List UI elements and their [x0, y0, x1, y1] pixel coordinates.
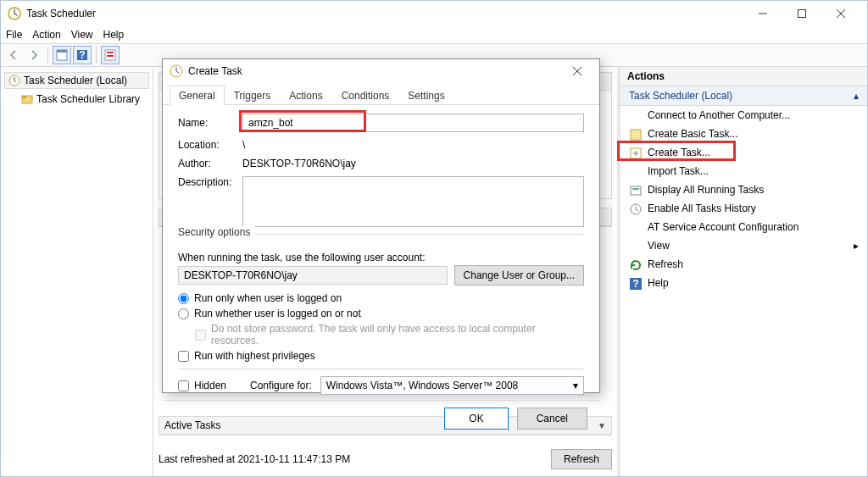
svg-rect-12	[631, 130, 641, 140]
close-button[interactable]	[821, 1, 860, 26]
actions-header: Actions	[620, 67, 867, 86]
select-value: Windows Vista™, Windows Server™ 2008	[326, 380, 519, 391]
menu-view[interactable]: View	[71, 29, 93, 41]
cancel-button[interactable]: Cancel	[517, 408, 587, 430]
svg-rect-1	[798, 10, 806, 18]
tab-conditions[interactable]: Conditions	[332, 86, 399, 105]
security-group-label: Security options	[178, 226, 255, 238]
back-button[interactable]	[4, 46, 23, 64]
action-create-task[interactable]: Create Task...	[620, 143, 867, 162]
menu-action[interactable]: Action	[32, 29, 60, 41]
tab-actions[interactable]: Actions	[280, 86, 331, 105]
dialog-titlebar: Create Task	[163, 59, 599, 83]
submenu-arrow-icon: ▸	[854, 240, 859, 252]
actions-subheader-label: Task Scheduler (Local)	[629, 90, 732, 102]
action-label: AT Service Account Configuration	[648, 221, 798, 233]
tab-triggers[interactable]: Triggers	[225, 86, 281, 105]
action-connect[interactable]: Connect to Another Computer...	[620, 106, 867, 125]
action-import-task[interactable]: Import Task...	[620, 162, 867, 180]
check-label: Hidden	[194, 380, 226, 391]
svg-rect-7	[107, 52, 114, 53]
author-label: Author:	[178, 158, 237, 169]
svg-rect-3	[57, 50, 67, 53]
refresh-icon	[629, 258, 643, 272]
configure-for-select[interactable]: Windows Vista™, Windows Server™ 2008 ▾	[320, 376, 584, 395]
menu-help[interactable]: Help	[103, 29, 125, 41]
action-label: View	[648, 240, 670, 252]
radio-logged-on[interactable]: Run only when user is logged on	[178, 292, 584, 304]
action-label: Import Task...	[648, 165, 709, 177]
tab-general[interactable]: General	[170, 86, 225, 105]
action-display-all-running[interactable]: Display All Running Tasks	[620, 180, 867, 199]
tab-settings[interactable]: Settings	[398, 86, 453, 105]
forward-button[interactable]	[25, 46, 43, 64]
collapse-caret-icon[interactable]: ▴	[854, 90, 859, 102]
action-view[interactable]: View ▸	[620, 236, 867, 255]
location-value: \	[242, 139, 245, 151]
check-label: Run with highest privileges	[194, 350, 315, 362]
svg-rect-14	[631, 186, 641, 195]
check-label: Do not store password. The task will onl…	[211, 323, 584, 347]
task-icon	[170, 64, 183, 78]
clock-icon	[8, 75, 20, 86]
name-label: Name:	[178, 117, 237, 129]
refresh-button[interactable]: Refresh	[551, 449, 612, 469]
ok-button[interactable]: OK	[444, 408, 508, 430]
last-refreshed-label: Last refreshed at 2021-10-11 11:47:13 PM	[159, 453, 350, 465]
action-label: Create Task...	[648, 147, 710, 158]
menu-bar: File Action View Help	[1, 26, 867, 43]
menu-file[interactable]: File	[6, 29, 22, 41]
location-label: Location:	[178, 139, 237, 151]
tree-root[interactable]: Task Scheduler (Local)	[4, 72, 149, 89]
running-tasks-icon	[629, 184, 643, 197]
description-label: Description:	[178, 176, 237, 188]
window-controls	[743, 1, 860, 26]
radio-label: Run whether user is logged on or not	[194, 308, 361, 319]
dialog-close-button[interactable]	[562, 61, 593, 81]
dropdown-icon: ▾	[573, 380, 578, 391]
security-text: When running the task, use the following…	[178, 252, 584, 263]
tree-pane: Task Scheduler (Local) Task Scheduler Li…	[1, 67, 153, 477]
toolbar-item[interactable]	[101, 46, 120, 64]
radio-any[interactable]: Run whether user is logged on or not	[178, 308, 584, 319]
svg-rect-15	[632, 188, 639, 190]
dialog-body: Name: Location: \ Author: DESKTOP-T70R6N…	[163, 105, 599, 400]
description-input[interactable]	[242, 176, 584, 227]
svg-rect-11	[22, 96, 26, 98]
action-help[interactable]: ? Help	[620, 274, 867, 292]
radio-label: Run only when user is logged on	[194, 292, 342, 304]
create-task-dialog: Create Task General Triggers Actions Con…	[162, 58, 600, 393]
action-at-config[interactable]: AT Service Account Configuration	[620, 218, 867, 236]
action-label: Refresh	[648, 258, 683, 270]
properties-button[interactable]	[53, 46, 71, 64]
tree-library-label: Task Scheduler Library	[36, 93, 140, 105]
check-highest-priv[interactable]: Run with highest privileges	[178, 350, 584, 362]
check-hidden[interactable]: Hidden	[178, 380, 226, 391]
folder-library-icon	[21, 93, 33, 105]
dialog-title: Create Task	[188, 65, 557, 77]
name-input[interactable]	[242, 114, 584, 132]
configure-for-label: Configure for:	[250, 380, 312, 391]
user-account-field: DESKTOP-T70R6NO\jay	[178, 266, 448, 285]
author-value: DESKTOP-T70R6NO\jay	[242, 158, 356, 169]
action-refresh[interactable]: Refresh	[620, 255, 867, 274]
action-label: Enable All Tasks History	[648, 202, 756, 214]
actions-pane: Actions Task Scheduler (Local) ▴ Connect…	[617, 67, 867, 477]
minimize-button[interactable]	[743, 1, 782, 26]
svg-text:?: ?	[79, 49, 85, 61]
wizard-icon	[629, 128, 643, 141]
center-footer: Last refreshed at 2021-10-11 11:47:13 PM…	[159, 446, 612, 473]
app-icon	[8, 7, 21, 20]
tree-root-label: Task Scheduler (Local)	[24, 75, 127, 86]
maximize-button[interactable]	[782, 1, 821, 26]
svg-text:?: ?	[632, 278, 638, 290]
action-label: Create Basic Task...	[648, 128, 738, 140]
action-label: Help	[648, 277, 669, 289]
tree-library[interactable]: Task Scheduler Library	[4, 91, 149, 108]
help-button[interactable]: ?	[73, 46, 92, 64]
action-create-basic-task[interactable]: Create Basic Task...	[620, 125, 867, 143]
action-label: Display All Running Tasks	[648, 184, 764, 196]
svg-rect-8	[107, 55, 114, 57]
action-enable-history[interactable]: Enable All Tasks History	[620, 199, 867, 218]
change-user-button[interactable]: Change User or Group...	[454, 265, 584, 286]
